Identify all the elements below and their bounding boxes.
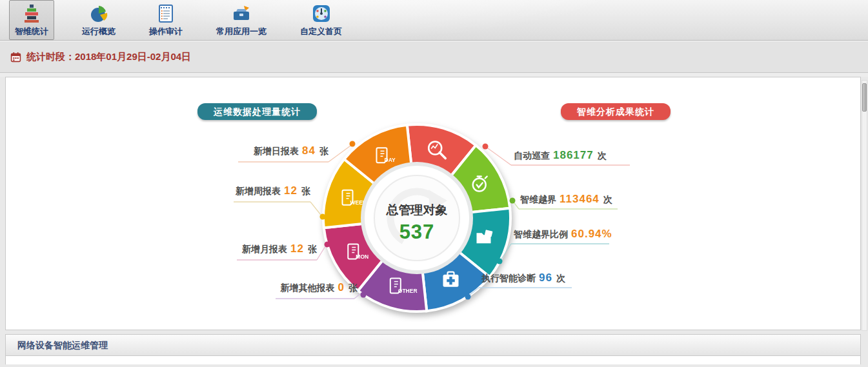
stat-unit: 张 — [301, 186, 310, 196]
stat-label: 智维越界 — [520, 194, 556, 204]
toolbar-item-smart-stats[interactable]: 智维统计 — [9, 0, 54, 40]
stat-value: 60.94% — [571, 228, 612, 240]
custom-home-icon — [311, 3, 332, 24]
stats-blocks-icon — [21, 3, 42, 24]
toolbar-item-label: 智维统计 — [15, 26, 48, 37]
toolbar-item-custom-home[interactable]: 自定义首页 — [294, 0, 348, 40]
toolbar-item-label: 操作审计 — [149, 26, 183, 37]
toolbar-item-label: 运行概览 — [82, 26, 116, 37]
toolbar-item-run-overview[interactable]: 运行概览 — [76, 0, 121, 40]
pie-overview-icon — [88, 3, 109, 24]
toolbar-item-label: 自定义首页 — [300, 26, 342, 37]
period-bar: 统计时段：2018年01月29日-02月04日 — [0, 41, 868, 73]
period-text: 统计时段：2018年01月29日-02月04日 — [26, 51, 191, 63]
stat-value: 12 — [290, 243, 304, 255]
toolbar-item-common-apps[interactable]: 常用应用一览 — [210, 0, 272, 40]
audit-log-icon — [156, 3, 176, 24]
stat-auto-inspections: 自动巡查186177次 — [514, 149, 607, 162]
svg-text:DAY: DAY — [385, 157, 396, 163]
stat-unit: 张 — [308, 244, 317, 254]
stat-label: 自动巡查 — [514, 150, 550, 161]
stat-label: 执行智能诊断 — [481, 273, 536, 283]
stat-label: 新增日报表 — [254, 146, 299, 156]
stat-unit: 次 — [556, 273, 565, 283]
donut-infographic: OTHERMONWEEKDAY 总管理对象 537 — [6, 77, 860, 330]
stat-label: 新增周报表 — [236, 186, 281, 196]
toolbar-item-operation-audit[interactable]: 操作审计 — [143, 0, 188, 40]
stat-label: 新增月报表 — [242, 244, 287, 254]
stat-label: 新增其他报表 — [281, 283, 335, 293]
center-value: 537 — [399, 221, 435, 243]
stat-unit: 张 — [348, 283, 358, 293]
toolbar-item-label: 常用应用一览 — [216, 26, 267, 37]
stat-label: 智维越界比例 — [514, 229, 568, 239]
stat-new-other-reports: 新增其他报表0张 — [281, 281, 358, 294]
stat-unit: 张 — [319, 146, 328, 156]
stat-crossing-ratio: 智维越界比例60.94% — [514, 228, 616, 241]
stat-new-weekly-reports: 新增周报表12张 — [236, 184, 310, 197]
left-chart-title-badge: 运维数据处理量统计 — [197, 103, 317, 120]
stat-unit: 次 — [598, 150, 607, 161]
right-chart-title-badge: 智维分析成果统计 — [561, 103, 671, 120]
next-panel-strip — [5, 356, 861, 364]
dashboard-page: 智维统计 运行概览 操作审计 — [0, 0, 868, 364]
stat-threshold-crossings: 智维越界113464次 — [520, 193, 612, 206]
stat-value: 186177 — [553, 149, 594, 161]
stat-new-daily-reports: 新增日报表84张 — [254, 144, 328, 157]
calendar-icon — [10, 52, 21, 63]
center-label: 总管理对象 — [386, 203, 448, 217]
stat-smart-diagnostics: 执行智能诊断96次 — [481, 272, 565, 284]
stat-value: 113464 — [560, 193, 600, 205]
apps-briefcase-icon — [231, 3, 252, 24]
scrollbar-thumb[interactable] — [862, 83, 867, 112]
svg-text:OTHER: OTHER — [398, 288, 418, 294]
stat-value: 84 — [302, 144, 316, 157]
stat-new-monthly-reports: 新增月报表12张 — [242, 243, 317, 255]
stat-value: 0 — [338, 281, 345, 293]
section-header-network-devices[interactable]: 网络设备智能运维管理 — [5, 334, 861, 356]
stat-unit: 次 — [603, 194, 612, 204]
statistics-panel: OTHERMONWEEKDAY 总管理对象 537 运维数据处理量统计 智维分析… — [5, 77, 861, 330]
top-toolbar: 智维统计 运行概览 操作审计 — [0, 0, 868, 41]
svg-text:MON: MON — [356, 253, 368, 260]
stat-value: 12 — [284, 184, 298, 197]
vertical-scrollbar[interactable] — [862, 80, 867, 331]
stat-value: 96 — [539, 272, 552, 284]
